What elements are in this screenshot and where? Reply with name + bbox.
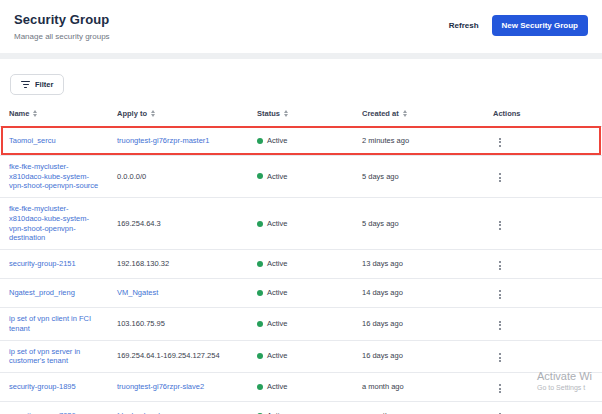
apply-to-cell: 192.168.130.32 <box>108 253 248 275</box>
status-cell: Active <box>248 405 353 414</box>
status-label: Active <box>267 219 287 229</box>
security-group-name-link[interactable]: ip set of vpn server in customer's tenan… <box>9 347 80 366</box>
status-cell: Active <box>248 313 353 335</box>
actions-cell <box>484 373 602 401</box>
security-group-name-link[interactable]: security-group-2151 <box>9 259 76 268</box>
table-row[interactable]: ip set of vpn server in customer's tenan… <box>0 341 602 374</box>
table-row[interactable]: fke-fke-mycluster-x810daco-kube-system-v… <box>0 156 602 198</box>
security-group-name-link[interactable]: fke-fke-mycluster-x810daco-kube-system-v… <box>9 162 98 191</box>
page-header: Security Group Manage all security group… <box>0 0 602 53</box>
apply-to-cell: truongtest-gl76rzpr-master1 <box>108 130 248 152</box>
apply-to-cell: 169.254.64.1-169.254.127.254 <box>108 345 248 367</box>
security-group-name-link[interactable]: security-group-1895 <box>9 382 76 391</box>
column-header-status[interactable]: Status <box>248 103 353 126</box>
row-actions-kebab-icon[interactable] <box>496 288 504 301</box>
status-active-dot-icon <box>257 290 263 296</box>
table-row[interactable]: security-group-7036 fde_backend Active a… <box>0 402 602 414</box>
status-label: Active <box>267 172 287 182</box>
column-header-name[interactable]: Name <box>0 103 108 126</box>
filter-button-label: Filter <box>35 80 53 89</box>
created-at-value: 13 days ago <box>353 253 484 275</box>
name-cell: fke-fke-mycluster-x810daco-kube-system-v… <box>0 156 108 197</box>
sort-icon <box>284 110 288 117</box>
created-at-value: a month ago <box>353 376 484 398</box>
row-actions-kebab-icon[interactable] <box>496 219 504 232</box>
status-active-dot-icon <box>257 353 263 359</box>
refresh-button[interactable]: Refresh <box>449 21 479 30</box>
actions-cell <box>484 250 602 278</box>
apply-to-value: 169.254.64.1-169.254.127.254 <box>117 351 220 360</box>
security-group-name-link[interactable]: Taomoi_sercu <box>9 136 56 145</box>
apply-to-value[interactable]: VM_Ngatest <box>117 288 158 297</box>
header-actions: Refresh New Security Group <box>449 15 588 36</box>
created-at-value: 14 days ago <box>353 282 484 304</box>
status-cell: Active <box>248 282 353 304</box>
name-cell: ip set of vpn server in customer's tenan… <box>0 341 108 373</box>
apply-to-value: 169.254.64.3 <box>117 219 161 228</box>
apply-to-cell: fde_backend <box>108 405 248 414</box>
name-cell: security-group-7036 <box>0 405 108 414</box>
name-cell: Ngatest_prod_rieng <box>0 282 108 304</box>
column-header-apply-to[interactable]: Apply to <box>108 103 248 126</box>
table-row[interactable]: fke-fke-mycluster-x810daco-kube-system-v… <box>0 198 602 250</box>
apply-to-value[interactable]: truongtest-gl76rzpr-slave2 <box>117 382 204 391</box>
name-cell: security-group-2151 <box>0 253 108 275</box>
row-actions-kebab-icon[interactable] <box>496 136 504 149</box>
row-actions-kebab-icon[interactable] <box>496 259 504 272</box>
actions-cell <box>484 162 602 190</box>
actions-cell <box>484 342 602 370</box>
created-at-value: 5 days ago <box>353 213 484 235</box>
status-label: Active <box>267 382 287 392</box>
name-cell: Taomoi_sercu <box>0 130 108 152</box>
table-body: Taomoi_sercu truongtest-gl76rzpr-master1… <box>0 127 602 414</box>
apply-to-cell: VM_Ngatest <box>108 282 248 304</box>
row-actions-kebab-icon[interactable] <box>496 171 504 184</box>
page-heading-block: Security Group Manage all security group… <box>14 12 110 41</box>
sort-icon <box>403 110 407 117</box>
status-label: Active <box>267 319 287 329</box>
created-at-value: 16 days ago <box>353 345 484 367</box>
table-row[interactable]: ip set of vpn client in FCI tenant 103.1… <box>0 308 602 341</box>
table-row[interactable]: Taomoi_sercu truongtest-gl76rzpr-master1… <box>0 127 602 156</box>
apply-to-value: 103.160.75.95 <box>117 319 165 328</box>
filter-button[interactable]: Filter <box>10 74 64 95</box>
content-card: Filter Name Apply to Status Created at <box>0 59 602 414</box>
status-active-dot-icon <box>257 221 263 227</box>
row-actions-kebab-icon[interactable] <box>496 319 504 332</box>
page-title: Security Group <box>14 12 110 27</box>
row-actions-kebab-icon[interactable] <box>496 382 504 395</box>
apply-to-value: 192.168.130.32 <box>117 259 169 268</box>
sort-icon <box>151 110 155 117</box>
status-cell: Active <box>248 166 353 188</box>
table-row[interactable]: Ngatest_prod_rieng VM_Ngatest Active 14 … <box>0 279 602 308</box>
security-group-name-link[interactable]: ip set of vpn client in FCI tenant <box>9 314 91 333</box>
actions-cell <box>484 127 602 155</box>
apply-to-cell: 0.0.0.0/0 <box>108 166 248 188</box>
apply-to-value: 0.0.0.0/0 <box>117 172 146 181</box>
column-header-actions: Actions <box>484 103 602 126</box>
security-group-name-link[interactable]: Ngatest_prod_rieng <box>9 288 75 297</box>
filter-bar: Filter <box>0 59 602 103</box>
status-active-dot-icon <box>257 138 263 144</box>
security-group-name-link[interactable]: fke-fke-mycluster-x810daco-kube-system-v… <box>9 204 89 242</box>
table-row[interactable]: security-group-1895 truongtest-gl76rzpr-… <box>0 373 602 402</box>
apply-to-value[interactable]: truongtest-gl76rzpr-master1 <box>117 136 210 145</box>
status-cell: Active <box>248 130 353 152</box>
status-active-dot-icon <box>257 173 263 179</box>
status-cell: Active <box>248 213 353 235</box>
apply-to-cell: 169.254.64.3 <box>108 213 248 235</box>
actions-cell <box>484 310 602 338</box>
table-row[interactable]: security-group-2151 192.168.130.32 Activ… <box>0 250 602 279</box>
new-security-group-button[interactable]: New Security Group <box>492 15 588 36</box>
apply-to-cell: 103.160.75.95 <box>108 313 248 335</box>
apply-to-cell: truongtest-gl76rzpr-slave2 <box>108 376 248 398</box>
created-at-value: a month ago <box>353 405 484 414</box>
created-at-value: 16 days ago <box>353 313 484 335</box>
sort-icon <box>33 110 37 117</box>
status-active-dot-icon <box>257 384 263 390</box>
name-cell: ip set of vpn client in FCI tenant <box>0 308 108 340</box>
column-header-created-at[interactable]: Created at <box>353 103 484 126</box>
created-at-value: 5 days ago <box>353 166 484 188</box>
row-actions-kebab-icon[interactable] <box>496 351 504 364</box>
page-subtitle: Manage all security groups <box>14 32 110 41</box>
